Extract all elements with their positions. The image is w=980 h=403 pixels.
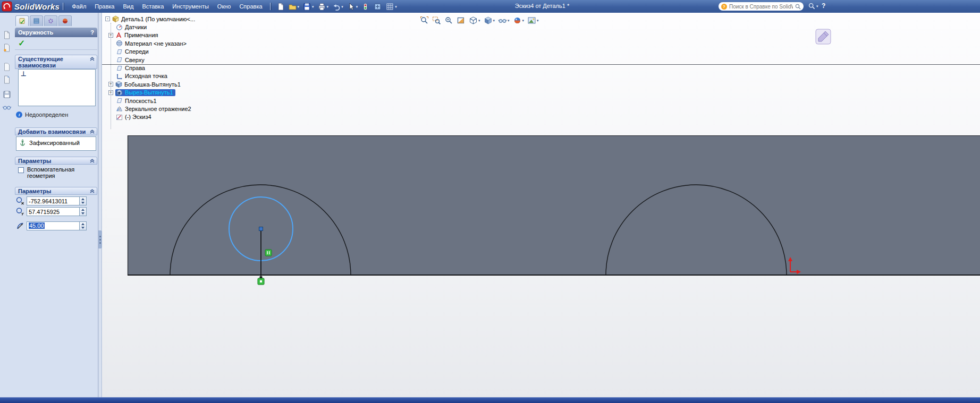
construction-geometry-checkbox[interactable] <box>18 167 24 173</box>
tree-item-mirror2[interactable]: Зеркальное отражение2 <box>104 105 195 113</box>
menu-item-tools[interactable]: Инструменты <box>168 1 213 12</box>
status-bar <box>0 397 980 403</box>
section-add-relations[interactable]: Добавить взаимосвязи <box>15 127 97 135</box>
open-button[interactable]: ▾ <box>287 2 301 12</box>
search-input[interactable] <box>729 4 793 10</box>
part-icon <box>112 15 120 22</box>
circle-center-point[interactable] <box>259 227 263 231</box>
section-existing-relations[interactable]: Существующие взаимосвязи <box>15 55 97 69</box>
options-button[interactable] <box>372 2 383 12</box>
radius-spinner[interactable] <box>80 221 87 230</box>
spin-down-icon[interactable] <box>80 212 86 216</box>
spin-up-icon[interactable] <box>80 197 86 201</box>
toolbar-grip <box>270 3 272 10</box>
tree-item-origin[interactable]: Исходная точка <box>104 72 195 80</box>
new-document-button[interactable] <box>275 2 286 12</box>
zoom-icon <box>444 16 453 25</box>
menu-item-view[interactable]: Вид <box>119 1 138 12</box>
menu-item-help[interactable]: Справка <box>235 1 266 12</box>
zoom-button[interactable] <box>443 15 454 25</box>
section-view-button[interactable] <box>455 15 467 25</box>
tab-property-manager[interactable] <box>15 15 29 26</box>
menu-item-edit[interactable]: Правка <box>90 1 119 12</box>
view-orientation-button[interactable]: ▾ <box>468 15 481 25</box>
y-spinner[interactable] <box>80 207 87 216</box>
selected-tree-item[interactable]: Вырез-Вытянуть1 <box>115 89 175 96</box>
panel-splitter[interactable] <box>98 13 102 397</box>
spin-up-icon[interactable] <box>80 208 86 212</box>
tree-item-boss-extrude1[interactable]: + Бобышка-Вытянуть1 <box>104 80 195 88</box>
magnifier-icon <box>808 3 815 10</box>
radius-field[interactable]: 45.00 <box>27 221 80 230</box>
y-coordinate-field[interactable] <box>27 207 80 216</box>
rebuild-button[interactable] <box>360 2 371 12</box>
appearance-sphere-icon <box>513 16 522 25</box>
existing-relations-list[interactable]: ⊥ <box>18 69 96 106</box>
sketch-grid-button[interactable]: ▾ <box>384 2 398 12</box>
section-parameters[interactable]: Параметры <box>15 187 97 195</box>
annotations-icon <box>115 32 123 39</box>
tab-dimxpert-manager[interactable] <box>44 15 57 26</box>
tree-root-label: Деталь1 (По умолчанию<... <box>121 16 195 22</box>
graphics-area[interactable] <box>102 13 980 397</box>
panel-splitter-handle[interactable] <box>98 230 102 248</box>
dropdown-arrow-icon: ▾ <box>298 5 300 8</box>
edit-appearance-button[interactable]: ▾ <box>512 15 526 25</box>
undo-button[interactable]: ▾ <box>331 2 344 12</box>
apply-scene-button[interactable]: ▾ <box>526 15 540 25</box>
help-button[interactable]: ? <box>822 2 825 10</box>
tab-display-manager[interactable] <box>58 15 72 26</box>
pm-help-button[interactable]: ? <box>90 29 94 36</box>
section-options[interactable]: Параметры <box>15 157 97 165</box>
part-body[interactable] <box>128 135 980 275</box>
side-toolbar-button-6[interactable] <box>2 102 12 113</box>
radius-value-selected: 45.00 <box>29 222 45 229</box>
spin-up-icon[interactable] <box>80 222 86 226</box>
menu-item-file[interactable]: Файл <box>67 1 90 12</box>
cut-extrude-icon <box>116 89 123 96</box>
select-button[interactable]: ▾ <box>345 2 359 12</box>
side-toolbar-button-5[interactable] <box>2 89 12 100</box>
vertical-relation-badge[interactable] <box>265 250 272 256</box>
display-style-icon <box>484 16 493 25</box>
zoom-fit-button[interactable] <box>419 15 430 25</box>
graphics-viewport[interactable]: ▾ ▾ ▾ ▾ ▾ <box>102 13 980 397</box>
menu-item-insert[interactable]: Вставка <box>138 1 168 12</box>
spin-down-icon[interactable] <box>80 226 86 230</box>
boss-extrude-icon <box>115 81 123 88</box>
tree-item-material[interactable]: Материал <не указан> <box>104 39 195 47</box>
tab-configuration-manager[interactable] <box>30 15 43 26</box>
tree-item-top-plane[interactable]: Сверху <box>104 56 195 64</box>
side-toolbar-button-2[interactable] <box>2 42 12 53</box>
tree-item-right-plane[interactable]: Справа <box>104 64 195 72</box>
menu-item-window[interactable]: Окно <box>213 1 235 12</box>
x-spinner[interactable] <box>80 196 87 205</box>
tree-root-part[interactable]: - Деталь1 (По умолчанию<... <box>104 15 195 23</box>
hide-show-items-button[interactable]: ▾ <box>497 15 511 25</box>
accept-button[interactable]: ✓ <box>18 38 25 48</box>
fixed-relation-button[interactable]: Зафиксированный <box>16 137 96 148</box>
coincident-relation-badge[interactable] <box>258 278 264 285</box>
tree-item-cut-extrude1[interactable]: + Вырез-Вытянуть1 <box>104 89 195 97</box>
tree-item-front-plane[interactable]: Спереди <box>104 48 195 56</box>
confirmation-corner[interactable] <box>815 29 831 46</box>
x-coordinate-field[interactable] <box>27 196 80 205</box>
side-toolbar-button-1[interactable] <box>2 30 12 40</box>
spin-down-icon[interactable] <box>80 201 86 205</box>
side-toolbar-button-4[interactable] <box>2 74 12 85</box>
display-style-button[interactable]: ▾ <box>483 15 496 25</box>
collapse-toggle[interactable]: - <box>105 16 110 21</box>
tree-item-plane1[interactable]: Плоскость1 <box>104 97 195 105</box>
save-button[interactable]: ▾ <box>301 2 315 12</box>
side-toolbar-button-3[interactable] <box>2 62 12 72</box>
tree-item-sensors[interactable]: Датчики <box>104 23 195 31</box>
tree-item-annotations[interactable]: + Примечания <box>104 31 195 39</box>
perpendicular-relation-icon[interactable]: ⊥ <box>21 70 26 78</box>
zoom-area-button[interactable] <box>431 15 442 25</box>
dimxpert-icon <box>47 18 54 24</box>
search-options-button[interactable]: ▾ <box>808 3 818 10</box>
print-button[interactable]: ▾ <box>316 2 330 12</box>
options-icon <box>373 2 382 11</box>
search-icon[interactable] <box>795 4 801 10</box>
tree-item-sketch4[interactable]: (-) Эскиз4 <box>104 113 195 121</box>
